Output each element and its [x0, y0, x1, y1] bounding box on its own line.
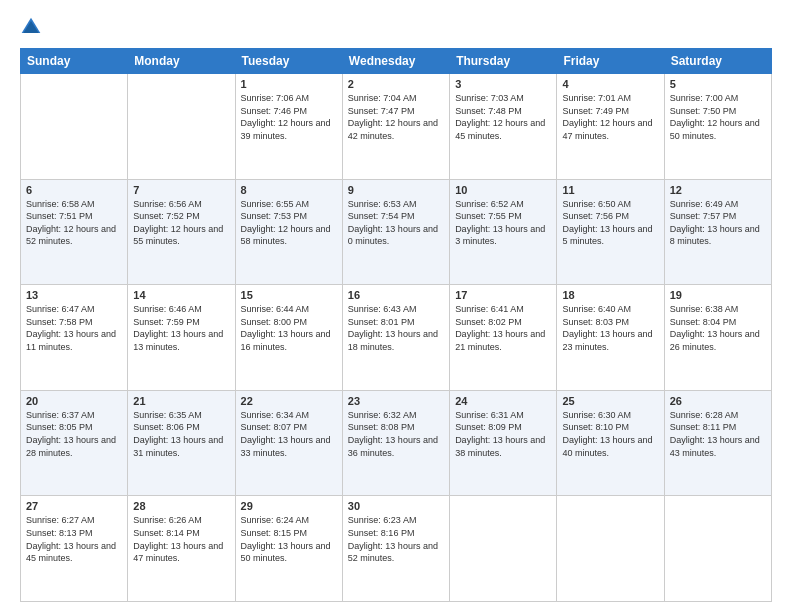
cell-info: Sunrise: 7:06 AMSunset: 7:46 PMDaylight:…	[241, 92, 337, 142]
calendar-cell: 25Sunrise: 6:30 AMSunset: 8:10 PMDayligh…	[557, 390, 664, 496]
day-number: 3	[455, 78, 551, 90]
calendar-cell: 28Sunrise: 6:26 AMSunset: 8:14 PMDayligh…	[128, 496, 235, 602]
calendar-cell: 24Sunrise: 6:31 AMSunset: 8:09 PMDayligh…	[450, 390, 557, 496]
cell-info: Sunrise: 6:50 AMSunset: 7:56 PMDaylight:…	[562, 198, 658, 248]
cell-info: Sunrise: 6:32 AMSunset: 8:08 PMDaylight:…	[348, 409, 444, 459]
day-number: 23	[348, 395, 444, 407]
day-number: 30	[348, 500, 444, 512]
calendar-cell: 29Sunrise: 6:24 AMSunset: 8:15 PMDayligh…	[235, 496, 342, 602]
calendar-cell: 22Sunrise: 6:34 AMSunset: 8:07 PMDayligh…	[235, 390, 342, 496]
day-number: 28	[133, 500, 229, 512]
day-number: 17	[455, 289, 551, 301]
cell-info: Sunrise: 6:26 AMSunset: 8:14 PMDaylight:…	[133, 514, 229, 564]
day-number: 22	[241, 395, 337, 407]
calendar-cell: 21Sunrise: 6:35 AMSunset: 8:06 PMDayligh…	[128, 390, 235, 496]
day-number: 27	[26, 500, 122, 512]
header	[20, 16, 772, 38]
calendar-cell: 10Sunrise: 6:52 AMSunset: 7:55 PMDayligh…	[450, 179, 557, 285]
cell-info: Sunrise: 6:41 AMSunset: 8:02 PMDaylight:…	[455, 303, 551, 353]
cell-info: Sunrise: 6:30 AMSunset: 8:10 PMDaylight:…	[562, 409, 658, 459]
cell-info: Sunrise: 6:40 AMSunset: 8:03 PMDaylight:…	[562, 303, 658, 353]
calendar-header-row: SundayMondayTuesdayWednesdayThursdayFrid…	[21, 49, 772, 74]
cell-info: Sunrise: 6:46 AMSunset: 7:59 PMDaylight:…	[133, 303, 229, 353]
calendar-cell	[128, 74, 235, 180]
calendar-cell	[21, 74, 128, 180]
day-header-saturday: Saturday	[664, 49, 771, 74]
cell-info: Sunrise: 7:03 AMSunset: 7:48 PMDaylight:…	[455, 92, 551, 142]
day-number: 5	[670, 78, 766, 90]
page: SundayMondayTuesdayWednesdayThursdayFrid…	[0, 0, 792, 612]
cell-info: Sunrise: 6:31 AMSunset: 8:09 PMDaylight:…	[455, 409, 551, 459]
day-number: 11	[562, 184, 658, 196]
cell-info: Sunrise: 6:43 AMSunset: 8:01 PMDaylight:…	[348, 303, 444, 353]
cell-info: Sunrise: 6:27 AMSunset: 8:13 PMDaylight:…	[26, 514, 122, 564]
cell-info: Sunrise: 6:23 AMSunset: 8:16 PMDaylight:…	[348, 514, 444, 564]
calendar-cell: 11Sunrise: 6:50 AMSunset: 7:56 PMDayligh…	[557, 179, 664, 285]
day-number: 20	[26, 395, 122, 407]
cell-info: Sunrise: 6:55 AMSunset: 7:53 PMDaylight:…	[241, 198, 337, 248]
cell-info: Sunrise: 6:53 AMSunset: 7:54 PMDaylight:…	[348, 198, 444, 248]
day-number: 10	[455, 184, 551, 196]
cell-info: Sunrise: 6:58 AMSunset: 7:51 PMDaylight:…	[26, 198, 122, 248]
day-number: 7	[133, 184, 229, 196]
day-number: 8	[241, 184, 337, 196]
calendar: SundayMondayTuesdayWednesdayThursdayFrid…	[20, 48, 772, 602]
calendar-week-row: 20Sunrise: 6:37 AMSunset: 8:05 PMDayligh…	[21, 390, 772, 496]
day-number: 14	[133, 289, 229, 301]
day-header-wednesday: Wednesday	[342, 49, 449, 74]
day-header-sunday: Sunday	[21, 49, 128, 74]
day-number: 25	[562, 395, 658, 407]
calendar-cell: 8Sunrise: 6:55 AMSunset: 7:53 PMDaylight…	[235, 179, 342, 285]
day-number: 19	[670, 289, 766, 301]
day-header-friday: Friday	[557, 49, 664, 74]
day-header-thursday: Thursday	[450, 49, 557, 74]
calendar-week-row: 6Sunrise: 6:58 AMSunset: 7:51 PMDaylight…	[21, 179, 772, 285]
calendar-cell	[664, 496, 771, 602]
logo	[20, 16, 46, 38]
calendar-week-row: 27Sunrise: 6:27 AMSunset: 8:13 PMDayligh…	[21, 496, 772, 602]
cell-info: Sunrise: 6:34 AMSunset: 8:07 PMDaylight:…	[241, 409, 337, 459]
calendar-cell: 13Sunrise: 6:47 AMSunset: 7:58 PMDayligh…	[21, 285, 128, 391]
calendar-cell: 17Sunrise: 6:41 AMSunset: 8:02 PMDayligh…	[450, 285, 557, 391]
cell-info: Sunrise: 6:56 AMSunset: 7:52 PMDaylight:…	[133, 198, 229, 248]
calendar-cell: 3Sunrise: 7:03 AMSunset: 7:48 PMDaylight…	[450, 74, 557, 180]
day-number: 15	[241, 289, 337, 301]
calendar-cell: 1Sunrise: 7:06 AMSunset: 7:46 PMDaylight…	[235, 74, 342, 180]
calendar-cell: 23Sunrise: 6:32 AMSunset: 8:08 PMDayligh…	[342, 390, 449, 496]
calendar-cell	[450, 496, 557, 602]
calendar-cell: 4Sunrise: 7:01 AMSunset: 7:49 PMDaylight…	[557, 74, 664, 180]
cell-info: Sunrise: 6:47 AMSunset: 7:58 PMDaylight:…	[26, 303, 122, 353]
day-number: 26	[670, 395, 766, 407]
day-number: 16	[348, 289, 444, 301]
day-number: 1	[241, 78, 337, 90]
day-number: 6	[26, 184, 122, 196]
cell-info: Sunrise: 6:38 AMSunset: 8:04 PMDaylight:…	[670, 303, 766, 353]
calendar-cell: 26Sunrise: 6:28 AMSunset: 8:11 PMDayligh…	[664, 390, 771, 496]
calendar-cell: 18Sunrise: 6:40 AMSunset: 8:03 PMDayligh…	[557, 285, 664, 391]
calendar-cell: 19Sunrise: 6:38 AMSunset: 8:04 PMDayligh…	[664, 285, 771, 391]
day-number: 18	[562, 289, 658, 301]
calendar-cell: 6Sunrise: 6:58 AMSunset: 7:51 PMDaylight…	[21, 179, 128, 285]
day-number: 4	[562, 78, 658, 90]
day-number: 24	[455, 395, 551, 407]
logo-icon	[20, 16, 42, 38]
calendar-cell: 15Sunrise: 6:44 AMSunset: 8:00 PMDayligh…	[235, 285, 342, 391]
cell-info: Sunrise: 6:28 AMSunset: 8:11 PMDaylight:…	[670, 409, 766, 459]
calendar-cell: 20Sunrise: 6:37 AMSunset: 8:05 PMDayligh…	[21, 390, 128, 496]
calendar-cell: 16Sunrise: 6:43 AMSunset: 8:01 PMDayligh…	[342, 285, 449, 391]
calendar-cell: 14Sunrise: 6:46 AMSunset: 7:59 PMDayligh…	[128, 285, 235, 391]
calendar-week-row: 1Sunrise: 7:06 AMSunset: 7:46 PMDaylight…	[21, 74, 772, 180]
cell-info: Sunrise: 6:35 AMSunset: 8:06 PMDaylight:…	[133, 409, 229, 459]
cell-info: Sunrise: 6:52 AMSunset: 7:55 PMDaylight:…	[455, 198, 551, 248]
calendar-cell: 5Sunrise: 7:00 AMSunset: 7:50 PMDaylight…	[664, 74, 771, 180]
cell-info: Sunrise: 7:04 AMSunset: 7:47 PMDaylight:…	[348, 92, 444, 142]
day-header-monday: Monday	[128, 49, 235, 74]
calendar-cell: 2Sunrise: 7:04 AMSunset: 7:47 PMDaylight…	[342, 74, 449, 180]
cell-info: Sunrise: 7:01 AMSunset: 7:49 PMDaylight:…	[562, 92, 658, 142]
calendar-week-row: 13Sunrise: 6:47 AMSunset: 7:58 PMDayligh…	[21, 285, 772, 391]
calendar-cell: 7Sunrise: 6:56 AMSunset: 7:52 PMDaylight…	[128, 179, 235, 285]
calendar-cell: 9Sunrise: 6:53 AMSunset: 7:54 PMDaylight…	[342, 179, 449, 285]
day-number: 12	[670, 184, 766, 196]
day-number: 13	[26, 289, 122, 301]
calendar-cell: 30Sunrise: 6:23 AMSunset: 8:16 PMDayligh…	[342, 496, 449, 602]
